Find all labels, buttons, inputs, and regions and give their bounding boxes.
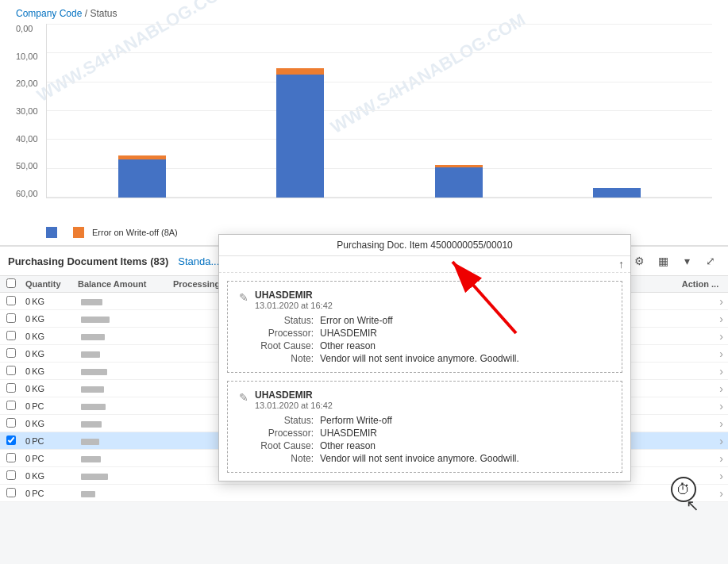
status-value-0: Error on Write-off [320,315,611,326]
qty-unit: KG [32,332,44,341]
log-entry-0: ✎ UHASDEMIR 13.01.2020 at 16:42 Status: … [227,281,622,373]
row-balance-9 [78,454,173,463]
log-date-1: 13.01.2020 at 16:42 [255,401,333,410]
row-action-4: › [672,365,728,378]
edit-icon-1: ✎ [239,391,248,404]
chart-container: 60,00 50,00 40,00 30,00 20,00 10,00 0,00 [16,24,712,222]
log-header-1: ✎ UHASDEMIR 13.01.2020 at 16:42 [239,389,611,410]
balance-bar [81,456,101,462]
balance-bar [81,386,104,393]
row-balance-10 [78,471,173,481]
row-nav-arrow-8[interactable]: › [719,435,728,447]
row-action-5: › [672,382,728,395]
scroll-up-icon[interactable]: ↑ [618,258,624,270]
row-checkbox-5[interactable] [0,383,22,394]
row-balance-7 [78,419,173,428]
select-all-checkbox[interactable] [6,278,16,288]
qty-unit: KG [32,314,44,324]
table-view-icon[interactable]: ▦ [653,251,672,270]
root-cause-value-0: Other reason [320,340,611,351]
row-nav-arrow-2[interactable]: › [719,330,728,343]
row-action-3: › [672,347,728,360]
row-qty-6: 0 PC [22,401,78,411]
qty-value: 0 [25,489,30,498]
row-action-2: › [672,330,728,343]
qty-value: 0 [25,471,30,481]
row-checkbox-7[interactable] [0,418,22,429]
y-label-4: 20,00 [16,79,46,88]
qty-unit: KG [32,419,44,428]
processor-label-1: Processor: [256,428,320,439]
table-toolbar: ⚙ ▦ ▾ ⤢ [630,251,720,270]
row-nav-arrow-1[interactable]: › [719,313,728,325]
row-checkbox-11[interactable] [0,488,22,499]
row-nav-arrow-4[interactable]: › [719,365,728,378]
balance-bar [81,351,100,358]
y-label-3: 30,00 [16,106,46,116]
row-action-0: › [672,295,728,308]
log-entry-1: ✎ UHASDEMIR 13.01.2020 at 16:42 Status: … [227,381,622,473]
bar-blue-4 [593,188,641,198]
qty-value: 0 [25,384,30,393]
qty-unit: KG [32,366,44,376]
breadcrumb-separator: / [82,8,90,19]
table-row[interactable]: 0 PC › [0,485,728,502]
edit-icon-0: ✎ [239,291,248,304]
qty-unit: PC [32,489,44,498]
popup-body: ✎ UHASDEMIR 13.01.2020 at 16:42 Status: … [219,273,630,481]
row-nav-arrow-0[interactable]: › [719,295,728,308]
row-action-7: › [672,417,728,430]
qty-value: 0 [25,436,30,446]
note-label-1: Note: [256,453,320,464]
col-action-header: Action ... [672,279,728,289]
bar-blue-2 [276,75,324,198]
qty-value: 0 [25,419,30,428]
row-qty-2: 0 KG [22,332,78,341]
row-nav-arrow-3[interactable]: › [719,347,728,360]
y-label-1: 50,00 [16,161,46,171]
row-checkbox-8[interactable] [0,435,22,447]
processor-value-1: UHASDEMIR [320,428,611,439]
chart-plot [46,24,712,198]
balance-bar [81,369,107,375]
dropdown-icon[interactable]: ▾ [677,251,696,270]
legend-orange-label: Error on Write-off (8A) [92,228,178,237]
row-nav-arrow-10[interactable]: › [719,470,728,482]
row-balance-5 [78,384,173,393]
row-checkbox-3[interactable] [0,348,22,359]
popup-scroll-indicator: ↑ [219,256,630,273]
row-nav-arrow-7[interactable]: › [719,417,728,430]
row-nav-arrow-6[interactable]: › [719,400,728,412]
row-qty-0: 0 KG [22,297,78,306]
settings-icon[interactable]: ⚙ [630,251,649,270]
row-balance-1 [78,314,173,324]
row-qty-11: 0 PC [22,489,78,498]
table-tab[interactable]: Standa... [178,255,219,267]
qty-value: 0 [25,454,30,463]
bar-4 [593,24,641,198]
popup-dialog: Purchasing Doc. Item 4500000055/00010 ↑ … [218,234,631,482]
row-qty-8: 0 PC [22,436,78,446]
balance-bar [81,474,108,480]
qty-value: 0 [25,332,30,341]
qty-unit: PC [32,401,44,411]
row-nav-arrow-5[interactable]: › [719,382,728,395]
row-checkbox-6[interactable] [0,401,22,412]
row-nav-arrow-11[interactable]: › [719,487,728,500]
row-checkbox-9[interactable] [0,453,22,464]
row-nav-arrow-9[interactable]: › [719,452,728,465]
legend-blue-box [46,227,57,238]
expand-icon[interactable]: ⤢ [701,251,720,270]
row-balance-8 [78,436,173,446]
log-details-1: Status: Perform Write-off Processor: UHA… [239,415,611,464]
status-value-1: Perform Write-off [320,415,611,426]
row-checkbox-1[interactable] [0,313,22,324]
breadcrumb: Company Code / Status [16,8,712,19]
row-checkbox-10[interactable] [0,470,22,482]
row-checkbox-0[interactable] [0,296,22,307]
balance-bar [81,317,110,323]
row-checkbox-4[interactable] [0,366,22,377]
row-balance-2 [78,332,173,341]
row-qty-5: 0 KG [22,384,78,393]
row-checkbox-2[interactable] [0,331,22,342]
